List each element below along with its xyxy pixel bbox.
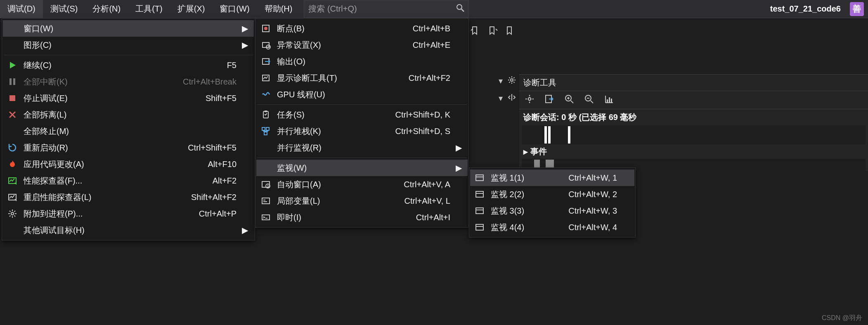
menu-item[interactable]: 异常设置(X) Ctrl+Alt+E: [256, 37, 468, 53]
menu-item[interactable]: 即时(I) Ctrl+Alt+I: [256, 209, 468, 226]
diagnostics-events-row[interactable]: ▶ 事件: [519, 144, 868, 159]
restart-icon: [5, 141, 19, 155]
user-avatar[interactable]: 善: [850, 2, 864, 16]
menu-item[interactable]: 局部变量(L) Ctrl+Alt+V, L: [256, 193, 468, 209]
menu-tools[interactable]: 工具(T): [128, 0, 170, 18]
menu-item-shortcut: Ctrl+Alt+F2: [409, 73, 450, 83]
gear-icon[interactable]: [525, 94, 534, 106]
menu-item-label: 附加到进程(P)...: [24, 208, 83, 219]
menu-item[interactable]: 并行堆栈(K) Ctrl+Shift+D, S: [256, 123, 468, 139]
svg-rect-58: [262, 198, 270, 204]
menu-item[interactable]: 应用代码更改(A) Alt+F10: [3, 156, 254, 172]
menu-item-shortcut: F5: [227, 61, 237, 70]
menu-item-label: 监视 2(2): [491, 189, 524, 200]
menu-window[interactable]: 窗口(W): [212, 0, 257, 18]
svg-line-23: [591, 101, 593, 103]
watch-icon: [473, 171, 487, 185]
menu-test[interactable]: 测试(S): [43, 0, 85, 18]
menu-item[interactable]: 重新启动(R) Ctrl+Shift+F5: [3, 139, 254, 156]
menu-item-shortcut: Ctrl+Shift+D, S: [395, 127, 450, 136]
diagnostics-title: 诊断工具: [523, 77, 556, 88]
editor-toolbar-fragment: [471, 21, 515, 40]
svg-rect-67: [476, 208, 483, 214]
menu-item[interactable]: 窗口(W) ▶: [3, 20, 254, 37]
chart-icon[interactable]: [604, 94, 613, 106]
menu-extensions[interactable]: 扩展(X): [170, 0, 213, 18]
menu-item-label: 监视 1(1): [491, 172, 524, 184]
triangle-down-icon: ▶: [523, 148, 528, 155]
svg-rect-26: [609, 97, 610, 103]
menu-item[interactable]: 重启性能探查器(L) Shift+Alt+F2: [3, 189, 254, 205]
bookmark-next-icon[interactable]: [488, 26, 498, 35]
svg-rect-54: [266, 127, 269, 130]
menu-item[interactable]: 全部拆离(L): [3, 106, 254, 123]
gear-icon[interactable]: [508, 76, 516, 86]
menu-item-label: 窗口(W): [24, 23, 53, 34]
chevron-right-icon: ▶: [241, 40, 248, 50]
menu-item-label: 全部中断(K): [24, 76, 68, 87]
menu-item[interactable]: 附加到进程(P)... Ctrl+Alt+P: [3, 205, 254, 222]
menu-item[interactable]: 全部中断(K) Ctrl+Alt+Break: [3, 73, 254, 90]
menu-item-label: 输出(O): [277, 56, 305, 67]
menu-item[interactable]: 监视(W) ▶: [256, 160, 468, 176]
svg-point-2: [511, 79, 513, 81]
svg-line-7: [509, 77, 510, 78]
menu-debug[interactable]: 调试(D): [0, 0, 43, 18]
menu-item[interactable]: 监视 1(1) Ctrl+Alt+W, 1: [470, 170, 634, 186]
svg-line-40: [9, 216, 11, 217]
menu-item[interactable]: 性能探查器(F)... Alt+F2: [3, 172, 254, 189]
svg-line-8: [513, 82, 514, 82]
bookmark-icon[interactable]: [505, 26, 515, 35]
menu-item[interactable]: 图形(C) ▶: [3, 37, 254, 53]
loc-icon: [259, 194, 273, 208]
search-icon[interactable]: [456, 4, 464, 14]
menu-item[interactable]: 并行监视(R) ▶: [256, 139, 468, 156]
exc-icon: [259, 38, 273, 52]
diagnostics-timeline[interactable]: [522, 125, 866, 144]
menu-item-label: 并行监视(R): [277, 142, 322, 153]
menu-item[interactable]: 监视 4(4) Ctrl+Alt+W, 4: [470, 219, 634, 236]
svg-point-33: [11, 212, 14, 215]
chevron-down-icon[interactable]: ▾: [499, 93, 503, 103]
menu-analyze[interactable]: 分析(N): [85, 0, 128, 18]
debug-windows-dropdown: 断点(B) Ctrl+Alt+B 异常设置(X) Ctrl+Alt+E 输出(O…: [255, 18, 469, 228]
imm-icon: [259, 210, 273, 224]
menu-item[interactable]: 全部终止(M): [3, 123, 254, 139]
menu-item[interactable]: 监视 3(3) Ctrl+Alt+W, 3: [470, 203, 634, 219]
menu-item[interactable]: 输出(O): [256, 53, 468, 70]
x-icon: [5, 108, 19, 122]
svg-line-41: [14, 211, 16, 212]
menu-item[interactable]: 监视 2(2) Ctrl+Alt+W, 2: [470, 186, 634, 203]
menu-item[interactable]: 显示诊断工具(T) Ctrl+Alt+F2: [256, 70, 468, 86]
chevron-right-icon: ▶: [454, 143, 462, 153]
search-input[interactable]: [308, 4, 445, 14]
menu-help[interactable]: 帮助(H): [257, 0, 300, 18]
diagnostics-panel: 诊断工具 诊断会话: 0 秒 (已选择 69 毫秒 ▶ 事件: [519, 74, 868, 171]
svg-line-38: [9, 211, 11, 212]
split-icon[interactable]: [508, 93, 516, 104]
menu-item[interactable]: 自动窗口(A) Ctrl+Alt+V, A: [256, 176, 468, 193]
menu-item[interactable]: 任务(S) Ctrl+Shift+D, K: [256, 106, 468, 123]
stop-icon: [5, 91, 19, 105]
export-icon[interactable]: [545, 94, 554, 106]
svg-line-9: [509, 82, 510, 82]
menu-item[interactable]: 停止调试(E) Shift+F5: [3, 90, 254, 106]
menu-item[interactable]: 继续(C) F5: [3, 57, 254, 73]
chevron-down-icon[interactable]: ▾: [499, 76, 503, 86]
bookmark-prev-icon[interactable]: [471, 26, 480, 35]
zoom-in-icon[interactable]: [565, 94, 574, 106]
menu-item-label: 自动窗口(A): [277, 179, 321, 190]
search-box[interactable]: [304, 0, 469, 18]
menu-item[interactable]: 断点(B) Ctrl+Alt+B: [256, 20, 468, 37]
svg-rect-28: [9, 78, 12, 85]
blank-icon: [5, 223, 19, 237]
menu-item[interactable]: 其他调试目标(H) ▶: [3, 222, 254, 238]
zoom-out-icon[interactable]: [584, 94, 594, 106]
menu-item-shortcut: Ctrl+Alt+V, L: [404, 196, 450, 206]
project-area: test_07_21_code6 善: [765, 0, 868, 18]
menu-item-label: 继续(C): [24, 60, 52, 71]
svg-line-39: [14, 216, 16, 217]
menu-item-shortcut: Ctrl+Alt+V, A: [404, 180, 450, 189]
menu-item[interactable]: GPU 线程(U): [256, 86, 468, 103]
svg-rect-52: [265, 111, 267, 112]
